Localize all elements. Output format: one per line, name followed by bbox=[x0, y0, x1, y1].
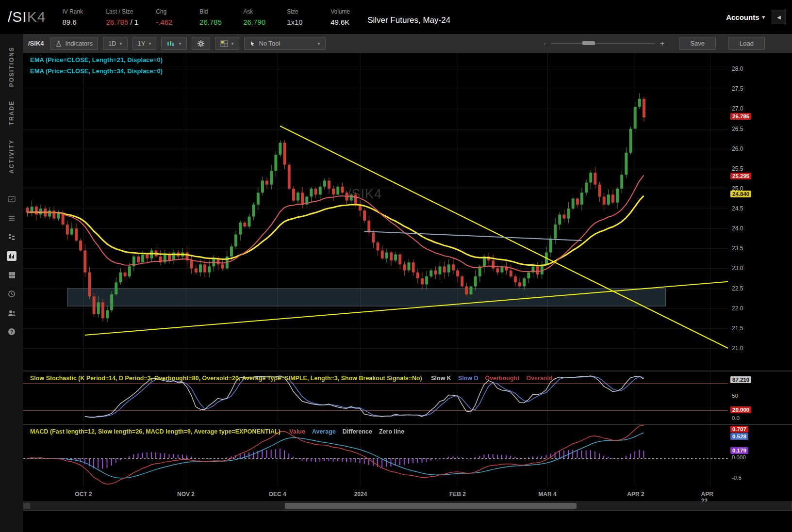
chevron-down-icon: ▾ bbox=[179, 41, 181, 46]
price-plot[interactable]: EMA (Price=CLOSE, Length=21, Displace=0)… bbox=[23, 53, 728, 371]
legend-item-oversold: Oversold bbox=[526, 375, 552, 382]
sidebar-tab-activity[interactable]: ACTIVITY bbox=[8, 139, 15, 174]
scrollbar-left-cap[interactable] bbox=[24, 503, 30, 509]
quote-field-suffix: / 1 bbox=[128, 18, 138, 26]
price-chart-canvas[interactable] bbox=[23, 53, 728, 369]
price-tick: 23.0 bbox=[732, 265, 743, 272]
header-right: Accounts ▾ ◀ bbox=[726, 10, 786, 24]
load-button[interactable]: Load bbox=[728, 37, 765, 50]
layout-grid-dropdown[interactable]: ▾ bbox=[215, 37, 239, 50]
time-axis-label: MAR 4 bbox=[538, 491, 556, 498]
time-axis-label: NOV 2 bbox=[177, 491, 195, 498]
legend-item-overbought: Overbought bbox=[485, 375, 520, 382]
axis-label: 0.000 bbox=[732, 454, 746, 460]
price-tick: 28.0 bbox=[732, 65, 743, 72]
legend-item-slow-k: Slow K bbox=[431, 375, 451, 382]
macd-label[interactable]: MACD (Fast length=12, Slow length=26, MA… bbox=[30, 428, 280, 435]
chart-toolbar: /SIK4 Indicators 1D▾ 1Y▾ ▾ ▾ No Tool ▾ bbox=[23, 34, 792, 53]
price-panel: EMA (Price=CLOSE, Length=21, Displace=0)… bbox=[23, 53, 792, 371]
grid-icon[interactable] bbox=[7, 270, 16, 280]
price-tick: 22.5 bbox=[732, 285, 743, 292]
zoom-in-button[interactable]: + bbox=[660, 39, 664, 48]
price-tick: 24.5 bbox=[732, 205, 743, 212]
axis-label: 50 bbox=[732, 393, 738, 399]
quote-field-chg: Chg-.462 bbox=[156, 8, 182, 26]
time-axis: OCT 2NOV 2DEC 42024FEB 2MAR 4APR 2APR 22 bbox=[23, 488, 728, 501]
cursor-icon bbox=[249, 40, 256, 47]
people-icon[interactable] bbox=[7, 308, 16, 318]
quote-header: /SIK4 IV Rank89.6Last / Size26.785 / 1Ch… bbox=[0, 0, 792, 34]
zoom-slider[interactable] bbox=[551, 43, 655, 44]
quote-field-label: Chg bbox=[156, 8, 182, 15]
chart-icon[interactable] bbox=[7, 194, 16, 204]
toolbar-symbol: /SIK4 bbox=[28, 40, 44, 47]
chart-watermark: /SIK4 bbox=[347, 187, 382, 202]
range-value: 1Y bbox=[138, 40, 146, 47]
time-axis-label: OCT 2 bbox=[75, 491, 92, 498]
active-chart-icon[interactable] bbox=[7, 251, 16, 261]
legend-item-value: Value bbox=[289, 428, 305, 435]
save-button[interactable]: Save bbox=[679, 37, 716, 50]
accounts-dropdown[interactable]: Accounts ▾ bbox=[726, 13, 765, 21]
flask-icon bbox=[55, 40, 62, 47]
scrollbar-thumb[interactable] bbox=[285, 503, 577, 509]
price-axis: 28.027.527.026.526.025.525.024.524.023.5… bbox=[728, 53, 792, 371]
macd-axis: 0.7070.5280.1790.000-0.5 bbox=[728, 425, 792, 488]
time-axis-gutter bbox=[728, 488, 792, 501]
time-axis-label: FEB 2 bbox=[449, 491, 466, 498]
stochastic-plot[interactable]: Slow Stochastic (K Period=14, D Period=3… bbox=[23, 371, 728, 424]
macd-plot[interactable]: MACD (Fast length=12, Slow length=26, MA… bbox=[23, 425, 728, 488]
chart-style-dropdown[interactable]: ▾ bbox=[161, 37, 186, 50]
axis-label: -0.5 bbox=[732, 475, 742, 481]
price-tick: 27.0 bbox=[732, 105, 743, 112]
price-tick: 22.0 bbox=[732, 305, 743, 312]
layout-grid-icon bbox=[220, 40, 228, 47]
price-tick: 26.0 bbox=[732, 145, 743, 152]
tool-label: No Tool bbox=[259, 40, 280, 47]
help-icon[interactable]: ? bbox=[7, 327, 16, 337]
price-tick: 23.5 bbox=[732, 245, 743, 252]
price-tick: 26.5 bbox=[732, 126, 743, 132]
stochastic-axis: 87.2105020.0000.0 bbox=[728, 371, 792, 424]
history-icon[interactable] bbox=[7, 289, 16, 299]
accounts-label: Accounts bbox=[726, 13, 759, 21]
sidebar-tab-positions[interactable]: POSITIONS bbox=[8, 47, 15, 87]
ema21-legend[interactable]: EMA (Price=CLOSE, Length=21, Displace=0) bbox=[30, 56, 163, 64]
chart-settings-button[interactable] bbox=[192, 37, 210, 50]
sidebar-tab-trade[interactable]: TRADE bbox=[8, 100, 15, 125]
legend-item-zero-line: Zero line bbox=[379, 428, 404, 435]
quote-field-label: Size bbox=[287, 8, 313, 15]
chevron-down-icon: ▾ bbox=[148, 41, 151, 46]
axis-label: 0.0 bbox=[732, 415, 740, 421]
watchlist-icon[interactable] bbox=[7, 213, 16, 223]
chevron-down-icon: ▾ bbox=[120, 41, 122, 46]
drawing-tool-dropdown[interactable]: No Tool ▾ bbox=[244, 37, 326, 50]
axis-value-box: 20.000 bbox=[730, 406, 751, 413]
stochastic-panel: Slow Stochastic (K Period=14, D Period=3… bbox=[23, 371, 792, 424]
zoom-out-button[interactable]: - bbox=[544, 39, 546, 48]
zoom-slider-thumb[interactable] bbox=[582, 41, 595, 45]
axis-value-box: 0.528 bbox=[730, 433, 748, 440]
zoom-control: - + bbox=[544, 39, 665, 48]
price-tick: 27.5 bbox=[732, 85, 743, 92]
stochastic-label[interactable]: Slow Stochastic (K Period=14, D Period=3… bbox=[30, 375, 422, 382]
quote-field-value: 1x10 bbox=[287, 18, 313, 26]
range-dropdown[interactable]: 1Y▾ bbox=[132, 37, 157, 50]
quote-field-value: 26.785 / 1 bbox=[106, 18, 138, 26]
quote-field-value: 26.785 bbox=[199, 18, 226, 26]
quote-fields: IV Rank89.6Last / Size26.785 / 1Chg-.462… bbox=[62, 8, 357, 26]
price-value-box: 25.295 bbox=[730, 173, 751, 179]
collapse-panel-button[interactable]: ◀ bbox=[772, 10, 786, 24]
indicators-button[interactable]: Indicators bbox=[50, 37, 98, 50]
timeframe-dropdown[interactable]: 1D▾ bbox=[103, 37, 128, 50]
macd-panel: MACD (Fast length=12, Slow length=26, MA… bbox=[23, 425, 792, 488]
svg-text:?: ? bbox=[10, 329, 13, 335]
price-value-box: 26.785 bbox=[730, 113, 751, 120]
ladder-icon[interactable] bbox=[7, 232, 16, 242]
quote-field-size: Size1x10 bbox=[287, 8, 313, 26]
macd-legend: MACD (Fast length=12, Slow length=26, MA… bbox=[30, 427, 404, 435]
quote-field-value: 26.790 bbox=[243, 18, 269, 26]
horizontal-scrollbar[interactable] bbox=[23, 501, 792, 510]
chart-area: EMA (Price=CLOSE, Length=21, Displace=0)… bbox=[23, 53, 792, 511]
ema34-legend[interactable]: EMA (Price=CLOSE, Length=34, Displace=0) bbox=[30, 67, 163, 75]
